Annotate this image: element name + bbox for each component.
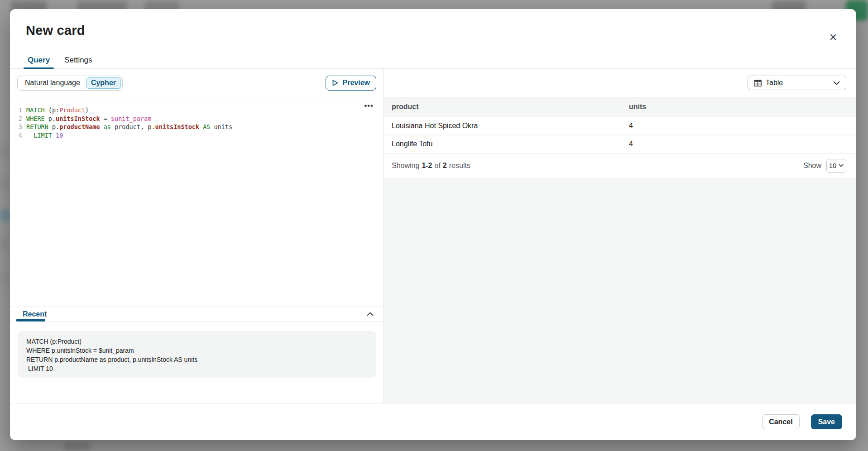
background-sidebar-item — [1, 177, 9, 189]
query-toolbar: Natural language Cypher Preview — [10, 69, 384, 97]
pagination-bar: Showing 1-2 of 2 results Show 10 — [384, 154, 856, 178]
modal-content: Natural language Cypher Preview 1234 MAT… — [10, 69, 856, 403]
chevron-down-icon — [839, 164, 844, 167]
query-language-toggle: Natural language Cypher — [17, 76, 123, 91]
cancel-button[interactable]: Cancel — [762, 414, 799, 429]
close-icon: ✕ — [829, 32, 837, 43]
modal-header: New card ✕ — [10, 9, 856, 52]
cypher-editor[interactable]: 1234 MATCH (p:Product)WHERE p.unitsInSto… — [10, 98, 384, 306]
code-line: WHERE p.unitsInStock = $unit_param — [26, 115, 384, 123]
line-number: 3 — [10, 123, 22, 131]
code-line: RETURN p.productName as product, p.units… — [26, 123, 384, 131]
table-cell: Longlife Tofu — [384, 135, 622, 153]
line-number: 1 — [10, 106, 22, 115]
modal-footer: Cancel Save — [10, 403, 856, 440]
code-line: MATCH (p:Product) — [26, 106, 384, 115]
natural-language-option[interactable]: Natural language — [19, 77, 86, 89]
table-view-icon — [754, 80, 762, 86]
editor-code-lines: MATCH (p:Product)WHERE p.unitsInStock = … — [26, 106, 384, 139]
chevron-down-icon — [833, 81, 840, 85]
page-size-control: Show 10 — [803, 159, 846, 173]
recent-query-line: LIMIT 10 — [26, 364, 368, 373]
chevron-up-icon[interactable] — [367, 312, 374, 316]
recent-query-line: MATCH (p:Product) — [26, 337, 368, 346]
background-sidebar-item — [1, 272, 9, 284]
recent-query-line: RETURN p.productName as product, p.units… — [26, 355, 368, 364]
line-number: 2 — [10, 115, 22, 123]
recent-section: Recent MATCH (p:Product)WHERE p.unitsInS… — [10, 307, 384, 403]
page-size-select[interactable]: 10 — [826, 159, 846, 173]
table-row[interactable]: Longlife Tofu4 — [384, 135, 856, 153]
table-cell: 4 — [622, 117, 856, 135]
results-toolbar: Table — [384, 69, 856, 97]
code-line: LIMIT 10 — [26, 131, 384, 140]
save-button[interactable]: Save — [811, 414, 842, 429]
column-header-units[interactable]: units — [622, 97, 856, 117]
table-header-row: product units — [384, 97, 856, 117]
background-footer-item — [63, 442, 91, 451]
show-label: Show — [803, 162, 821, 170]
page-title: New card — [26, 23, 85, 38]
recent-header[interactable]: Recent — [10, 307, 384, 321]
close-button[interactable]: ✕ — [826, 31, 840, 44]
recent-tab-label: Recent — [23, 310, 47, 318]
line-number: 4 — [10, 131, 22, 140]
results-count: Showing 1-2 of 2 results — [392, 162, 470, 170]
ellipsis-icon: ••• — [364, 101, 374, 110]
preview-button[interactable]: Preview — [326, 76, 376, 91]
query-pane: Natural language Cypher Preview 1234 MAT… — [10, 69, 384, 403]
tab-query[interactable]: Query — [24, 52, 54, 69]
column-header-product[interactable]: product — [384, 97, 622, 117]
results-table: product units Louisiana Hot Spiced Okra4… — [384, 97, 856, 154]
table-row[interactable]: Louisiana Hot Spiced Okra4 — [384, 117, 856, 135]
results-pane: Table product units Louisiana Hot Spiced… — [384, 69, 856, 403]
tab-bar: Query Settings — [10, 52, 856, 69]
editor-line-numbers: 1234 — [10, 106, 26, 139]
table-cell: 4 — [622, 135, 856, 153]
table-cell: Louisiana Hot Spiced Okra — [384, 117, 622, 135]
recent-query-line: WHERE p.unitsInStock = $unit_param — [26, 346, 368, 355]
editor-code-area: 1234 MATCH (p:Product)WHERE p.unitsInSto… — [10, 98, 384, 139]
play-icon — [332, 79, 339, 86]
recent-query-card[interactable]: MATCH (p:Product)WHERE p.unitsInStock = … — [18, 331, 376, 378]
recent-tab-underline — [16, 319, 45, 321]
tab-settings[interactable]: Settings — [60, 52, 96, 69]
background-sidebar-item — [1, 145, 9, 158]
new-card-modal: New card ✕ Query Settings Natural langua… — [10, 9, 856, 440]
cypher-option[interactable]: Cypher — [86, 77, 121, 89]
background-sidebar-item — [1, 238, 9, 252]
results-empty-area — [384, 178, 856, 403]
visualization-type-select[interactable]: Table — [748, 76, 846, 90]
background-sidebar-item-active — [0, 209, 10, 222]
editor-options-button[interactable]: ••• — [364, 101, 374, 110]
